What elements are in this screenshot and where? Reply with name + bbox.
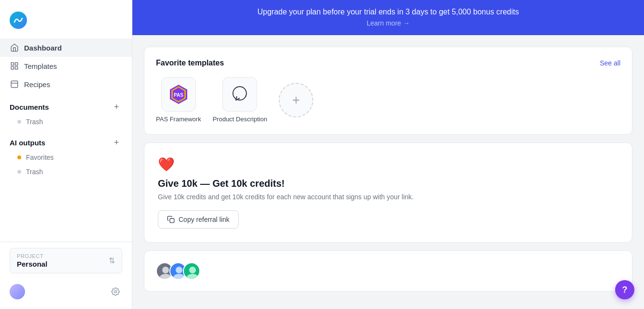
documents-label: Documents [10, 103, 49, 111]
project-info: PROJECT Personal [17, 253, 47, 268]
home-icon [10, 43, 19, 52]
favorites-dot [17, 155, 21, 159]
templates-label: Templates [24, 62, 57, 70]
sidebar-item-dashboard[interactable]: Dashboard [0, 39, 132, 57]
documents-trash-label: Trash [26, 118, 43, 126]
trash-dot [17, 120, 21, 124]
sidebar-item-recipes[interactable]: Recipes [0, 75, 132, 93]
upgrade-banner: Upgrade your plan before your trial ends… [132, 0, 644, 35]
project-name: Personal [17, 260, 47, 268]
user-avatar[interactable] [10, 284, 25, 299]
template-pas[interactable]: PAS PAS Framework [156, 77, 201, 123]
documents-section: Documents + [0, 93, 132, 115]
product-desc-icon-wrap [222, 77, 257, 112]
svg-rect-13 [170, 219, 174, 223]
main-content: Upgrade your plan before your trial ends… [132, 0, 644, 309]
ai-outputs-section: AI outputs + [0, 129, 132, 150]
copy-icon [167, 216, 175, 223]
referral-title: Give 10k — Get 10k credits! [158, 178, 618, 189]
pas-label: PAS Framework [156, 116, 201, 123]
templates-grid: PAS PAS Framework Product Descripti [156, 77, 620, 123]
project-label-text: PROJECT [17, 253, 47, 259]
ai-trash-dot [17, 170, 21, 174]
referral-description: Give 10k credits and get 10k credits for… [158, 193, 618, 201]
project-selector[interactable]: PROJECT Personal ⇅ [10, 248, 122, 273]
add-template-button[interactable]: + [279, 83, 313, 117]
card-header: Favorite templates See all [156, 59, 620, 67]
favorites-label: Favorites [26, 154, 54, 161]
chevron-updown-icon: ⇅ [109, 256, 115, 265]
svg-point-21 [189, 267, 196, 273]
sidebar-item-ai-trash[interactable]: Trash [0, 165, 132, 179]
settings-button[interactable] [109, 285, 122, 298]
sidebar-item-documents-trash[interactable]: Trash [0, 115, 132, 129]
sidebar-bottom: PROJECT Personal ⇅ [0, 242, 132, 279]
svg-rect-4 [15, 67, 18, 69]
svg-point-15 [162, 267, 169, 273]
svg-point-12 [233, 87, 246, 100]
sidebar-item-templates[interactable]: Templates [0, 57, 132, 75]
ai-outputs-label: AI outputs [10, 139, 45, 147]
svg-rect-3 [11, 67, 13, 69]
dashboard-label: Dashboard [24, 44, 62, 52]
invite-avatars [156, 262, 620, 280]
add-ai-output-button[interactable]: + [111, 137, 122, 148]
copy-referral-button[interactable]: Copy referral link [158, 210, 239, 229]
sidebar-item-favorites[interactable]: Favorites [0, 150, 132, 165]
copy-btn-label: Copy referral link [179, 216, 230, 223]
sidebar-footer [0, 279, 132, 301]
svg-rect-1 [11, 63, 13, 65]
svg-rect-2 [15, 63, 18, 65]
ai-trash-label: Trash [26, 168, 43, 176]
avatar-3 [183, 262, 200, 280]
see-all-link[interactable]: See all [600, 59, 620, 67]
recipes-label: Recipes [24, 80, 50, 89]
banner-text: Upgrade your plan before your trial ends… [144, 8, 632, 16]
svg-point-7 [115, 291, 117, 293]
invite-card [144, 250, 632, 292]
heart-icon: ❤️ [158, 156, 618, 172]
help-label: ? [622, 285, 628, 295]
template-product-description[interactable]: Product Description [213, 77, 267, 123]
main-nav: Dashboard Templates Recipes Documents + … [0, 39, 132, 238]
help-button[interactable]: ? [615, 280, 634, 299]
referral-card: ❤️ Give 10k — Get 10k credits! Give 10k … [144, 142, 632, 243]
product-desc-label: Product Description [213, 116, 267, 123]
recipes-icon [10, 79, 19, 89]
add-document-button[interactable]: + [111, 101, 122, 113]
app-logo[interactable] [0, 8, 132, 39]
grid-icon [10, 61, 19, 71]
sidebar: Dashboard Templates Recipes Documents + … [0, 0, 132, 309]
svg-text:PAS: PAS [174, 92, 183, 98]
learn-more-link[interactable]: Learn more → [367, 19, 410, 27]
svg-rect-5 [11, 81, 18, 88]
favorite-templates-title: Favorite templates [156, 59, 224, 67]
svg-point-18 [176, 267, 182, 273]
content-area: Favorite templates See all PAS [132, 35, 644, 309]
pas-icon-wrap: PAS [161, 77, 196, 112]
favorite-templates-card: Favorite templates See all PAS [144, 47, 632, 135]
